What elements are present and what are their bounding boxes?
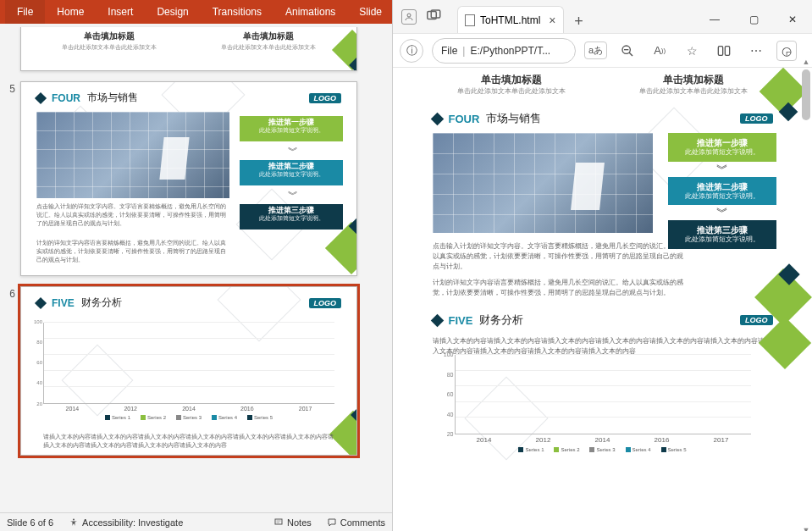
slide-thumb-5[interactable]: FOUR 市场与销售 LOGO 推进第一步骤 此处添加简短文字说明。 ︾ 推进第… — [20, 81, 357, 276]
ribbon-tab-transitions[interactable]: Transitions — [201, 0, 273, 24]
y-tick: 20 — [439, 431, 454, 437]
ribbon-tab-slideshow[interactable]: Slide — [347, 0, 394, 24]
slide-number: 5 — [3, 81, 20, 276]
svg-point-4 — [407, 14, 411, 17]
step-title: 推进第一步骤 — [670, 137, 775, 148]
step-title: 推进第三步骤 — [670, 224, 775, 235]
step-box-2: 推进第二步骤 此处添加简短文字说明。 — [668, 177, 776, 205]
step-sub: 此处添加简短文字说明。 — [240, 171, 343, 179]
y-tick: 80 — [29, 340, 42, 345]
new-tab-button[interactable]: + — [567, 9, 591, 33]
more-button[interactable]: ⋯ — [744, 39, 768, 63]
logo-badge: LOGO — [309, 93, 342, 103]
section-en: FOUR — [52, 92, 80, 104]
chart-body-text: 请插入文本的内容请插入文本的内容请插入文本的内容请插入文本的内容请插入文本的内容… — [433, 336, 773, 356]
y-tick: 60 — [439, 391, 454, 397]
document-icon — [465, 14, 475, 26]
step-box-1: 推进第一步骤 此处添加简短文字说明。 — [668, 133, 776, 161]
y-tick: 100 — [439, 351, 454, 357]
scrollbar-thumb[interactable] — [802, 69, 810, 120]
placeholder-body: 单击此处添加文本单击此处添加文本 — [605, 87, 782, 96]
status-notes[interactable]: Notes — [273, 517, 312, 528]
profile-icon[interactable] — [401, 9, 417, 25]
y-tick: 80 — [439, 372, 454, 378]
split-screen-button[interactable] — [712, 39, 736, 63]
legend-item: Series 3 — [589, 447, 615, 452]
x-tick: 2017 — [299, 406, 312, 412]
ribbon: File Home Insert Design Transitions Anim… — [0, 0, 392, 24]
section-bullet-icon — [35, 91, 47, 103]
section-cn: 财务分析 — [81, 296, 122, 310]
x-tick: 2014 — [66, 406, 80, 412]
logo-badge: LOGO — [740, 113, 773, 124]
step-box-3: 推进第三步骤 此处添加简短文字说明。 — [240, 204, 343, 230]
legend-item: Series 1 — [105, 415, 130, 420]
legend-item: Series 2 — [141, 415, 166, 420]
chart-body-text: 请插入文本的内容请插入文本的内容请插入文本的内容请插入文本的内容请插入文本的内容… — [43, 433, 334, 450]
placeholder-title: 单击填加标题 — [33, 30, 185, 42]
hero-image — [433, 133, 653, 233]
y-tick: 60 — [29, 360, 42, 365]
address-field[interactable]: File | E:/PythonPPT/T... — [432, 38, 576, 64]
favorite-button[interactable]: ☆ — [680, 39, 704, 63]
step-sub: 此处添加简短文字说明。 — [670, 148, 775, 157]
chevron-down-icon: ︾ — [668, 162, 776, 177]
placeholder-body: 单击此处添加文本单击此处添加文本 — [192, 44, 345, 51]
status-bar: Slide 6 of 6 Accessibility: Investigate … — [0, 512, 392, 531]
status-comments-label: Comments — [340, 517, 385, 528]
browser-viewport[interactable]: 单击填加标题 单击此处添加文本单击此处添加文本 单击填加标题 单击此处添加文本单… — [393, 68, 812, 531]
hero-image — [36, 112, 229, 198]
x-tick: 2016 — [240, 406, 254, 412]
section-en: FIVE — [449, 314, 473, 327]
status-page: Slide 6 of 6 — [7, 517, 53, 528]
body-para-1: 点击输入计划的详知文字内容。文字语言要精炼概括，避免用几长空间的说汇。给人以真实… — [36, 202, 229, 227]
scroll-up-icon[interactable]: ▲ — [802, 58, 810, 68]
svg-rect-11 — [725, 46, 729, 55]
legend-item: Series 4 — [626, 447, 651, 452]
svg-point-0 — [73, 518, 75, 520]
x-tick: 2017 — [714, 436, 729, 444]
ribbon-tab-file[interactable]: File — [5, 0, 45, 24]
vertical-scrollbar[interactable]: ▲ ▼ — [802, 68, 810, 526]
step-title: 推进第一步骤 — [240, 118, 343, 127]
legend-item: Series 5 — [247, 415, 273, 420]
scroll-down-icon[interactable]: ▼ — [802, 526, 810, 531]
x-tick: 2012 — [124, 406, 137, 412]
zoom-out-button[interactable] — [616, 39, 639, 63]
status-accessibility-label: Accessibility: Investigate — [82, 517, 183, 528]
step-sub: 此处添加简短文字说明。 — [670, 235, 775, 244]
ribbon-tab-insert[interactable]: Insert — [96, 0, 145, 24]
ribbon-tab-home[interactable]: Home — [45, 0, 96, 24]
browser-titlebar: ToHTML.html × + — ▢ ✕ — [393, 0, 812, 34]
section-en: FIVE — [52, 297, 75, 309]
window-maximize-button[interactable]: ▢ — [734, 6, 773, 33]
comments-icon — [327, 517, 337, 528]
tab-close-icon[interactable]: × — [549, 14, 555, 27]
slide-thumb-partial[interactable]: 单击填加标题 单击此处添加文本单击此处添加文本 单击填加标题 单击此处添加文本单… — [20, 27, 357, 71]
slide-panel[interactable]: 单击填加标题 单击此处添加文本单击此处添加文本 单击填加标题 单击此处添加文本单… — [0, 24, 392, 512]
addr-path: E:/PythonPPT/T... — [470, 45, 550, 57]
legend-item: Series 5 — [661, 447, 687, 452]
svg-rect-1 — [275, 519, 282, 524]
browser-tab[interactable]: ToHTML.html × — [457, 6, 564, 33]
addr-scheme: File — [441, 45, 457, 57]
section-cn: 财务分析 — [479, 313, 523, 328]
step-box-2: 推进第二步骤 此处添加简短文字说明。 — [240, 160, 343, 185]
step-sub: 此处添加简短文字说明。 — [240, 215, 343, 223]
ribbon-tab-design[interactable]: Design — [145, 0, 200, 24]
slide-thumb-6[interactable]: FIVE 财务分析 LOGO 20 40 60 80 100 20 — [20, 286, 357, 456]
status-accessibility[interactable]: Accessibility: Investigate — [69, 517, 183, 528]
ribbon-tab-animations[interactable]: Animations — [273, 0, 347, 24]
logo-badge: LOGO — [309, 298, 342, 308]
legend-item: Series 2 — [554, 447, 579, 452]
status-comments[interactable]: Comments — [327, 517, 385, 528]
svg-rect-10 — [718, 46, 722, 55]
svg-line-8 — [629, 53, 632, 56]
window-minimize-button[interactable]: — — [695, 6, 734, 33]
immersive-reader-button[interactable]: aあ — [584, 41, 607, 59]
window-close-button[interactable]: ✕ — [773, 6, 812, 33]
copilot-button[interactable]: ◶ — [776, 41, 797, 61]
read-aloud-button[interactable]: A)) — [648, 39, 671, 63]
tab-actions-icon[interactable] — [427, 9, 442, 25]
site-info-button[interactable]: ⓘ — [400, 39, 423, 63]
